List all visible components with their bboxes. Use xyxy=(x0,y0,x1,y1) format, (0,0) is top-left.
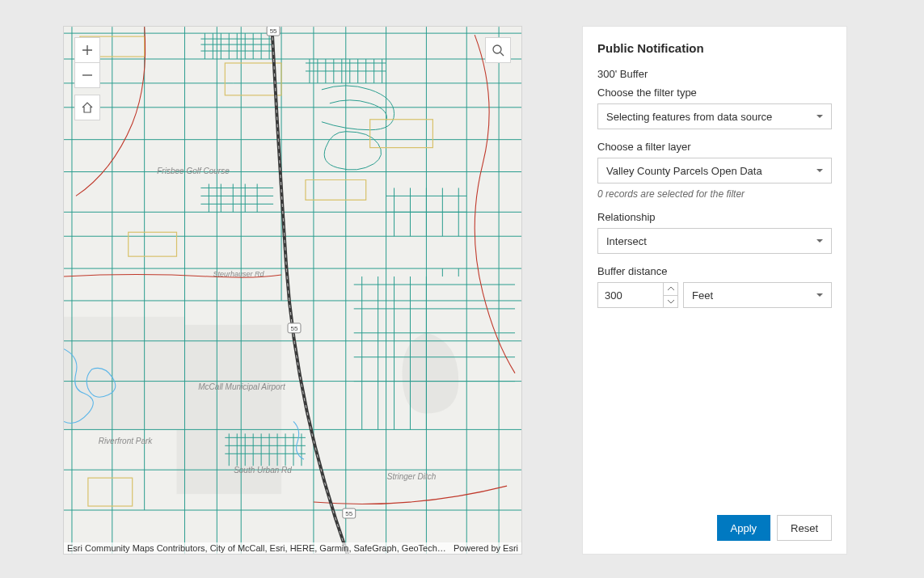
buffer-distance-input-wrapper xyxy=(597,282,678,308)
zoom-out-button[interactable] xyxy=(74,62,100,88)
relationship-select[interactable]: Intersect xyxy=(597,228,832,254)
filter-layer-value: Valley County Parcels Open Data xyxy=(606,165,762,177)
svg-text:55: 55 xyxy=(291,325,298,332)
panel-title: Public Notification xyxy=(597,41,832,55)
buffer-stepper xyxy=(663,283,677,307)
svg-point-14 xyxy=(493,45,501,53)
buffer-distance-input[interactable] xyxy=(598,283,663,307)
search-icon xyxy=(492,44,504,57)
public-notification-panel: Public Notification 300' Buffer Choose t… xyxy=(582,26,847,555)
svg-text:55: 55 xyxy=(345,510,352,517)
filter-type-select[interactable]: Selecting features from data source xyxy=(597,103,832,129)
filter-layer-label: Choose a filter layer xyxy=(597,141,832,153)
map-attribution: Esri Community Maps Contributors, City o… xyxy=(64,542,521,554)
filter-type-value: Selecting features from data source xyxy=(606,111,772,123)
records-hint: 0 records are selected for the filter xyxy=(597,188,832,200)
chevron-up-icon xyxy=(668,287,674,291)
powered-by-text: Powered by Esri xyxy=(454,543,518,553)
reset-button[interactable]: Reset xyxy=(777,515,832,541)
route-shield: 55 xyxy=(270,27,277,35)
svg-rect-1 xyxy=(64,27,521,554)
svg-rect-3 xyxy=(64,317,184,430)
home-button[interactable] xyxy=(74,95,100,120)
apply-button[interactable]: Apply xyxy=(717,515,771,541)
map-nav-controls xyxy=(74,37,100,120)
search-button[interactable] xyxy=(485,37,511,63)
stepper-up-button[interactable] xyxy=(664,283,677,296)
svg-rect-2 xyxy=(177,325,282,494)
chevron-down-icon xyxy=(668,299,674,303)
stepper-down-button[interactable] xyxy=(664,296,677,308)
relationship-label: Relationship xyxy=(597,211,832,223)
plus-icon xyxy=(82,44,93,56)
filter-layer-select[interactable]: Valley County Parcels Open Data xyxy=(597,158,832,184)
buffer-label: Buffer distance xyxy=(597,265,832,277)
parcel-map: 55 55 55 xyxy=(64,27,521,554)
minus-icon xyxy=(82,70,93,81)
filter-type-label: Choose the filter type xyxy=(597,86,832,99)
panel-footer: Apply Reset xyxy=(597,515,832,541)
zoom-in-button[interactable] xyxy=(74,37,100,63)
relationship-value: Intersect xyxy=(606,235,647,247)
panel-subheading: 300' Buffer xyxy=(597,68,832,80)
buffer-unit-select[interactable]: Feet xyxy=(683,282,832,308)
map-container[interactable]: 55 55 55 Frisbee Golf Course McCall Muni… xyxy=(63,26,522,555)
attribution-text: Esri Community Maps Contributors, City o… xyxy=(67,543,446,553)
buffer-unit-value: Feet xyxy=(692,289,713,302)
home-icon xyxy=(81,101,94,114)
